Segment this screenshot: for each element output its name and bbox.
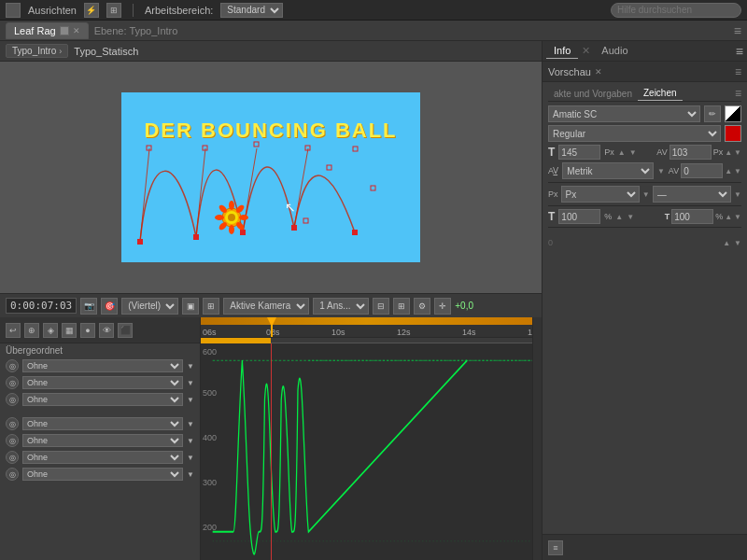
move-tool[interactable]: ✛ <box>434 298 451 315</box>
offset-display: +0,0 <box>455 301 473 311</box>
font-icon-btn[interactable]: ✏ <box>704 105 721 122</box>
camera-btn[interactable]: 📷 <box>80 298 97 315</box>
camera-select[interactable]: Aktive Kamera <box>223 298 309 315</box>
tracking-val-input[interactable] <box>681 163 723 178</box>
panel-menu-icon[interactable]: ≡ <box>734 23 741 38</box>
align-label: Ausrichten <box>28 5 77 16</box>
extra-arrow[interactable]: ▲ <box>723 239 730 247</box>
tracking-select[interactable]: Metrik <box>562 162 654 179</box>
fontsize-input[interactable] <box>558 145 600 160</box>
view-select[interactable]: 1 Ans... <box>313 298 369 315</box>
preview-area: DER BOUNCING BALL <box>0 62 542 293</box>
eye-icon-4[interactable]: ◎ <box>6 417 19 430</box>
view-btn-3[interactable]: ⚙ <box>414 298 430 315</box>
akte-tab[interactable]: akte und Vorgaben <box>548 87 638 101</box>
tl-tool-4[interactable]: ▦ <box>62 323 77 338</box>
search-input[interactable] <box>611 3 741 18</box>
layer-select-1[interactable]: Ohne <box>22 359 183 372</box>
eye-icon-1[interactable]: ◎ <box>6 359 19 372</box>
kern-arrow-up[interactable]: ▲ <box>725 148 732 157</box>
kern-input[interactable] <box>669 145 712 160</box>
layer-rows: Übergeordnet ◎ Ohne ▼ ◎ Ohne <box>0 343 200 560</box>
color-swatch-red[interactable] <box>725 125 741 142</box>
panel-menu-right[interactable]: ≡ <box>736 44 743 59</box>
char-menu-icon[interactable]: ≡ <box>735 87 741 100</box>
tl-tool-3[interactable]: ◈ <box>43 323 58 338</box>
layer-select-4[interactable]: Ohne <box>22 417 183 430</box>
tab-audio-label: Audio <box>601 45 627 56</box>
graph-area[interactable]: 600 500 400 300 200 <box>201 343 532 560</box>
scale-v-arrow-down[interactable]: ▼ <box>734 213 741 221</box>
char-panel: akte und Vorgaben Zeichen ≡ Amatic SC ✏ … <box>543 82 747 534</box>
layer-select-3[interactable]: Ohne <box>22 393 183 406</box>
font-name-select[interactable]: Amatic SC <box>548 105 700 122</box>
spacer <box>548 231 741 238</box>
rp-tool-1[interactable]: ≡ <box>548 540 563 555</box>
time-display[interactable]: 0:00:07:03 <box>6 298 77 314</box>
vorschau-menu[interactable]: ≡ <box>735 65 741 78</box>
eye-icon-6[interactable]: ◎ <box>6 451 19 464</box>
scale-h-arrow-up[interactable]: ▲ <box>615 213 623 221</box>
scale-h-input[interactable] <box>558 209 600 224</box>
ctrl-btn-1[interactable]: ▣ <box>182 298 199 315</box>
top-bar-right <box>611 3 741 18</box>
tracking-val-arrow-up[interactable]: ▲ <box>725 167 732 175</box>
color-swatch-white[interactable] <box>725 105 741 122</box>
tl-tool-6[interactable]: 👁 <box>99 323 114 338</box>
ruler-tick-5: 16s <box>528 328 532 337</box>
tl-tool-7[interactable]: ⬛ <box>118 323 133 338</box>
eye-icon-2[interactable]: ◎ <box>6 376 19 389</box>
font-style-select[interactable]: Regular <box>548 125 721 142</box>
tl-tool-5[interactable]: ● <box>80 323 95 338</box>
snap-icon[interactable]: ⊞ <box>106 3 121 18</box>
eye-icon-7[interactable]: ◎ <box>6 468 19 481</box>
fontsize-arrow-down[interactable]: ▼ <box>629 148 637 157</box>
workspace-select[interactable]: Standard <box>220 3 283 18</box>
zeichen-tab[interactable]: Zeichen <box>638 86 683 101</box>
eye-icon-5[interactable]: ◎ <box>6 434 19 447</box>
scale-h-icon: T <box>548 210 555 223</box>
tracking-val-arrow-down[interactable]: ▼ <box>734 167 741 175</box>
scale-v-icon: T <box>665 212 670 221</box>
snap-btn[interactable]: 🎯 <box>101 298 118 315</box>
timeline-toolbar: ↩ ⊕ ◈ ▦ ● 👁 ⬛ <box>0 317 200 343</box>
kern-unit: Px <box>713 147 724 157</box>
view-btn-2[interactable]: ⊞ <box>393 298 410 315</box>
extra-arrow-2[interactable]: ▼ <box>734 239 741 247</box>
layer-label: Ebene: Typo_Intro <box>94 25 178 36</box>
extra-row: 0 ▲ ▼ <box>548 238 741 247</box>
fontsize-arrow-up[interactable]: ▲ <box>618 148 626 157</box>
align-type-arrow[interactable]: ▼ <box>734 190 741 199</box>
scale-v-arrow-up[interactable]: ▲ <box>725 213 732 221</box>
align-select[interactable]: Px <box>561 186 640 203</box>
vorschau-row: Vorschau ✕ ≡ <box>543 62 747 82</box>
view-btn-1[interactable]: ⊟ <box>373 298 389 315</box>
dd-arrow-1: ▼ <box>187 362 194 371</box>
tab-info[interactable]: Info <box>546 43 578 59</box>
close-comp-icon[interactable]: ✕ <box>73 26 80 35</box>
align-icon[interactable]: ⚡ <box>84 3 99 18</box>
comp-tab-leaf[interactable]: Leaf Rag ✕ <box>6 22 89 39</box>
quality-select[interactable]: (Viertel) <box>121 298 178 315</box>
scale-h-arrow-down[interactable]: ▼ <box>627 213 634 221</box>
kern-icon: AV <box>656 147 667 157</box>
tab-audio[interactable]: Audio <box>594 43 635 59</box>
layer-select-7[interactable]: Ohne <box>22 468 183 481</box>
layer-select-6[interactable]: Ohne <box>22 451 183 464</box>
layer-select-2[interactable]: Ohne <box>22 376 183 389</box>
vorschau-close[interactable]: ✕ <box>595 67 602 77</box>
align-arrow[interactable]: ▼ <box>642 190 650 199</box>
align-type-select[interactable]: — <box>653 186 731 203</box>
tl-tool-1[interactable]: ↩ <box>6 323 21 338</box>
layer-select-5[interactable]: Ohne <box>22 434 183 447</box>
comp2-tab[interactable]: Typo_Intro › <box>6 44 68 58</box>
timeline-left: ↩ ⊕ ◈ ▦ ● 👁 ⬛ Übergeordnet ◎ <box>0 317 201 560</box>
tracking-arrow[interactable]: ▼ <box>657 167 665 175</box>
kern-arrow-down[interactable]: ▼ <box>734 148 741 157</box>
tl-tool-2[interactable]: ⊕ <box>24 323 39 338</box>
timeline-scrollbar[interactable] <box>532 317 542 560</box>
eye-icon-3[interactable]: ◎ <box>6 393 19 406</box>
scale-v-input[interactable] <box>671 209 713 224</box>
comp-icon <box>60 26 69 35</box>
ctrl-btn-2[interactable]: ⊞ <box>203 298 219 315</box>
